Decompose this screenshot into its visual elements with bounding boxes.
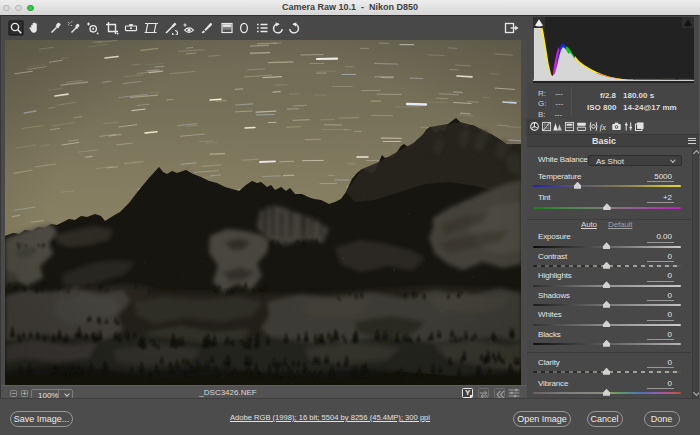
svg-text:fx: fx xyxy=(600,122,607,132)
